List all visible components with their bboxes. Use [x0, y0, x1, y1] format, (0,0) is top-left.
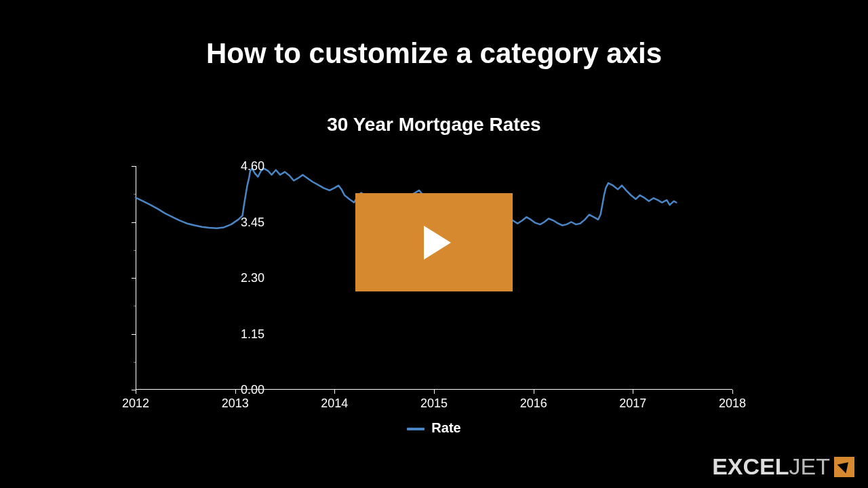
x-axis-label: 2016 [520, 396, 547, 411]
y-tick-minor [134, 250, 136, 251]
y-axis-label: 4.60 [241, 159, 264, 174]
x-tick [136, 390, 136, 394]
legend-swatch [407, 428, 425, 430]
y-tick [132, 222, 136, 223]
y-tick-minor [134, 306, 136, 306]
svg-marker-0 [424, 226, 451, 260]
x-tick [235, 390, 236, 394]
y-tick [132, 166, 136, 167]
y-tick-minor [134, 362, 136, 363]
x-tick [633, 390, 633, 394]
x-tick [434, 390, 435, 394]
brand-logo: EXCELJET [712, 453, 854, 480]
y-axis-label: 3.45 [241, 215, 264, 229]
y-axis-label: 2.30 [241, 271, 264, 285]
brand-arrow-icon [834, 457, 854, 477]
play-icon [410, 219, 458, 266]
chart-legend: Rate [0, 420, 868, 436]
x-tick [732, 390, 733, 394]
x-axis-label: 2017 [619, 396, 646, 411]
play-button[interactable] [355, 193, 513, 291]
x-axis-label: 2012 [122, 396, 149, 411]
x-tick [334, 390, 335, 394]
y-tick-minor [134, 194, 136, 195]
x-axis-label: 2018 [719, 396, 746, 411]
x-axis-label: 2015 [420, 396, 448, 411]
y-axis-label: 0.00 [241, 383, 264, 397]
page-title: How to customize a category axis [0, 37, 868, 70]
chart-title: 30 Year Mortgage Rates [0, 114, 868, 136]
y-axis-label: 1.15 [241, 327, 264, 341]
y-tick [132, 334, 136, 335]
brand-text: EXCELJET [712, 453, 830, 480]
brand-part1: EXCEL [712, 453, 789, 479]
x-axis-label: 2014 [321, 396, 348, 411]
y-tick [132, 278, 136, 279]
x-axis-label: 2013 [222, 396, 249, 411]
legend-label: Rate [431, 420, 460, 435]
brand-part2: JET [789, 453, 830, 479]
x-tick [534, 390, 534, 394]
